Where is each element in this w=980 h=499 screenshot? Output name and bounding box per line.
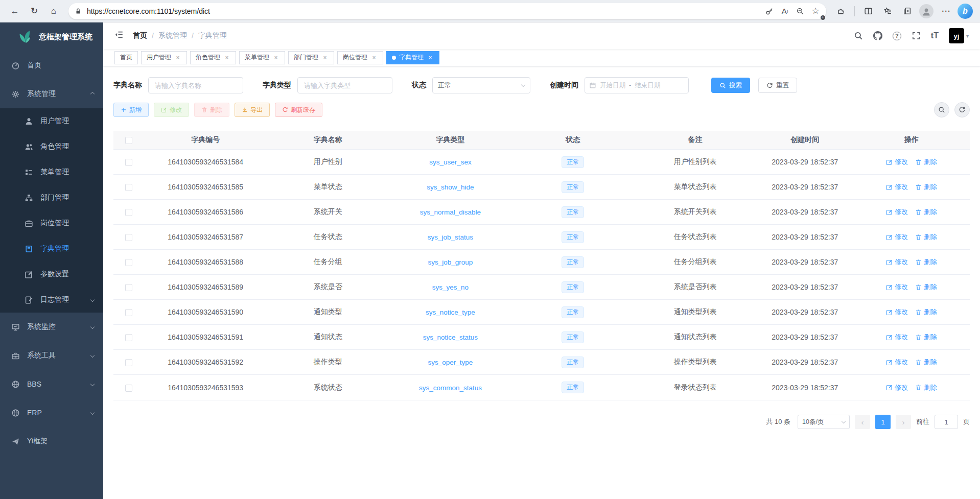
add-favorite-icon[interactable]: ☆+ (808, 4, 823, 19)
row-delete-link[interactable]: 删除 (915, 282, 937, 292)
select-all-checkbox[interactable] (125, 137, 132, 144)
sidebar-item-home[interactable]: 首页 (0, 51, 103, 80)
row-delete-link[interactable]: 删除 (915, 157, 937, 167)
tab-menu-management[interactable]: 菜单管理× (239, 51, 285, 64)
breadcrumb-home[interactable]: 首页 (133, 31, 147, 40)
dict-type-input[interactable] (297, 77, 392, 93)
row-edit-link[interactable]: 修改 (886, 157, 908, 167)
page-size-select[interactable]: 10条/页 (798, 415, 850, 429)
dict-type-link[interactable]: sys_job_status (428, 233, 473, 241)
dict-type-link[interactable]: sys_notice_status (423, 334, 478, 341)
row-checkbox[interactable] (125, 309, 132, 316)
row-delete-link[interactable]: 删除 (915, 358, 937, 367)
address-bar[interactable]: https://ccnetcore.com:1101/system/dict A… (68, 3, 826, 19)
tab-close-icon[interactable]: × (174, 54, 181, 61)
sidebar-item-system-management[interactable]: 系统管理 (0, 80, 103, 108)
favorites-icon[interactable] (879, 3, 896, 20)
next-page-button[interactable]: › (896, 415, 911, 429)
dict-type-link[interactable]: sys_yes_no (432, 283, 469, 291)
text-size-icon[interactable]: tT (931, 31, 939, 40)
tab-dict-management[interactable]: 字典管理× (386, 51, 439, 64)
row-edit-link[interactable]: 修改 (886, 257, 908, 267)
dict-type-link[interactable]: sys_normal_disable (420, 208, 481, 216)
extensions-icon[interactable] (832, 3, 850, 20)
zoom-out-icon[interactable] (792, 4, 808, 19)
row-delete-link[interactable]: 删除 (915, 232, 937, 242)
row-delete-link[interactable]: 删除 (915, 332, 937, 342)
sidebar-item-user-management[interactable]: 用户管理 (0, 108, 103, 134)
row-checkbox[interactable] (125, 234, 132, 241)
tab-close-icon[interactable]: × (370, 54, 378, 61)
tab-user-management[interactable]: 用户管理× (141, 51, 187, 64)
tab-home[interactable]: 首页 (114, 51, 138, 64)
browser-more-icon[interactable]: ⋯ (937, 3, 954, 20)
row-checkbox[interactable] (125, 209, 132, 216)
row-checkbox[interactable] (125, 385, 132, 392)
help-icon[interactable]: ? (893, 32, 901, 40)
sidebar-item-system-tools[interactable]: 系统工具 (0, 341, 103, 370)
split-screen-icon[interactable] (859, 3, 877, 20)
browser-back-button[interactable]: ← (6, 3, 24, 20)
browser-reload-button[interactable]: ↻ (26, 3, 43, 20)
header-search-icon[interactable] (854, 31, 863, 40)
tab-close-icon[interactable]: × (427, 54, 434, 61)
sidebar-item-menu-management[interactable]: 菜单管理 (0, 159, 103, 185)
status-select[interactable]: 正常 (432, 77, 530, 93)
row-checkbox[interactable] (125, 259, 132, 266)
sidebar-item-log-management[interactable]: 日志管理 (0, 287, 103, 313)
row-edit-link[interactable]: 修改 (886, 383, 908, 392)
bing-chat-icon[interactable]: b (956, 3, 974, 20)
collections-icon[interactable] (898, 3, 916, 20)
refresh-cache-button[interactable]: 刷新缓存 (275, 103, 322, 117)
browser-home-button[interactable]: ⌂ (45, 3, 62, 20)
row-delete-link[interactable]: 删除 (915, 257, 937, 267)
row-checkbox[interactable] (125, 159, 132, 166)
date-range-picker[interactable]: 开始日期 - 结束日期 (585, 77, 689, 93)
tab-role-management[interactable]: 角色管理× (190, 51, 236, 64)
tab-close-icon[interactable]: × (272, 54, 279, 61)
goto-page-input[interactable] (935, 415, 958, 429)
sidebar-item-dept-management[interactable]: 部门管理 (0, 185, 103, 210)
refresh-table-button[interactable] (954, 102, 970, 117)
sidebar-collapse-icon[interactable] (114, 30, 124, 41)
row-edit-link[interactable]: 修改 (886, 358, 908, 367)
dict-type-link[interactable]: sys_user_sex (429, 158, 472, 166)
row-checkbox[interactable] (125, 284, 132, 291)
export-button[interactable]: 导出 (235, 103, 270, 117)
row-edit-link[interactable]: 修改 (886, 307, 908, 317)
row-checkbox[interactable] (125, 334, 132, 341)
row-checkbox[interactable] (125, 184, 132, 191)
sidebar-item-erp[interactable]: ERP (0, 398, 103, 427)
user-menu[interactable]: yj ▾ (949, 28, 969, 43)
row-delete-link[interactable]: 删除 (915, 383, 937, 392)
row-edit-link[interactable]: 修改 (886, 232, 908, 242)
tab-close-icon[interactable]: × (321, 54, 329, 61)
add-button[interactable]: 新增 (113, 103, 149, 117)
edit-button[interactable]: 修改 (154, 103, 189, 117)
github-icon[interactable] (873, 31, 882, 40)
row-checkbox[interactable] (125, 359, 132, 366)
profile-avatar[interactable] (918, 3, 935, 20)
dict-type-link[interactable]: sys_show_hide (427, 183, 474, 191)
sidebar-item-yi-framework[interactable]: Yi框架 (0, 427, 103, 456)
dict-name-input[interactable] (148, 77, 243, 93)
row-edit-link[interactable]: 修改 (886, 282, 908, 292)
sidebar-item-role-management[interactable]: 角色管理 (0, 134, 103, 159)
row-delete-link[interactable]: 删除 (915, 182, 937, 192)
sidebar-item-bbs[interactable]: BBS (0, 370, 103, 398)
current-page-button[interactable]: 1 (875, 415, 891, 429)
dict-type-link[interactable]: sys_notice_type (426, 308, 475, 316)
dict-type-link[interactable]: sys_job_group (428, 258, 473, 266)
prev-page-button[interactable]: ‹ (855, 415, 870, 429)
sidebar-item-post-management[interactable]: 岗位管理 (0, 210, 103, 236)
password-key-icon[interactable] (762, 4, 777, 19)
sidebar-item-dict-management[interactable]: 字典管理 (0, 236, 103, 262)
row-delete-link[interactable]: 删除 (915, 307, 937, 317)
delete-button[interactable]: 删除 (194, 103, 229, 117)
row-edit-link[interactable]: 修改 (886, 207, 908, 217)
sidebar-item-param-settings[interactable]: 参数设置 (0, 262, 103, 287)
tab-close-icon[interactable]: × (223, 54, 230, 61)
row-edit-link[interactable]: 修改 (886, 182, 908, 192)
show-search-toggle-button[interactable] (934, 102, 949, 117)
row-delete-link[interactable]: 删除 (915, 207, 937, 217)
